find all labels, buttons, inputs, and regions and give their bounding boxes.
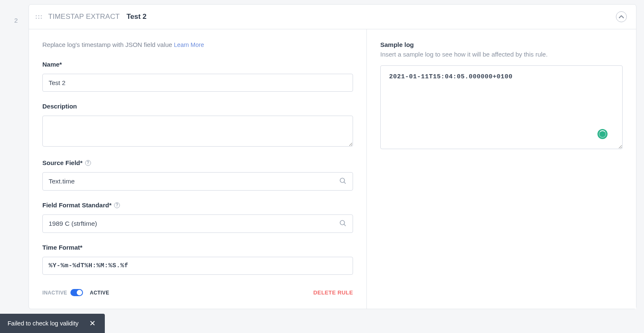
help-icon[interactable]: ?: [85, 160, 91, 166]
drag-handle-icon[interactable]: [35, 12, 42, 22]
field-format-input[interactable]: [43, 215, 333, 232]
step-index: 2: [14, 17, 18, 24]
help-icon[interactable]: ?: [114, 202, 120, 208]
toggle-inactive-label: INACTIVE: [42, 290, 67, 296]
rule-card: TIMESTAP EXTRACT Test 2 Replace log's ti…: [29, 4, 636, 309]
card-header: TIMESTAP EXTRACT Test 2: [29, 5, 636, 29]
chevron-up-icon: [619, 15, 624, 18]
active-toggle[interactable]: [70, 289, 83, 296]
source-field-label: Source Field* ?: [42, 159, 353, 166]
svg-line-3: [344, 224, 345, 226]
sample-log-description: Insert a sample log to see how it will b…: [380, 51, 623, 58]
learn-more-link[interactable]: Learn More: [174, 41, 204, 48]
description-input[interactable]: [42, 116, 353, 147]
delete-rule-button[interactable]: DELETE RULE: [313, 289, 353, 296]
toast-message: Failed to check log validity: [8, 320, 78, 327]
loading-spinner-icon: [597, 129, 608, 139]
svg-line-1: [344, 182, 345, 183]
search-icon[interactable]: [333, 219, 353, 228]
rule-name-header: Test 2: [127, 13, 147, 21]
close-icon[interactable]: ✕: [88, 320, 97, 327]
time-format-label: Time Format*: [42, 244, 353, 251]
rule-type-label: TIMESTAP EXTRACT: [48, 13, 120, 21]
intro-text: Replace log's timestamp with JSON field …: [42, 41, 353, 48]
search-icon[interactable]: [333, 177, 353, 186]
error-toast: Failed to check log validity ✕: [0, 314, 105, 333]
source-field-input[interactable]: [43, 173, 333, 190]
name-input[interactable]: [42, 74, 353, 92]
time-format-input[interactable]: [42, 257, 353, 275]
toggle-active-label: ACTIVE: [90, 290, 109, 296]
collapse-button[interactable]: [616, 11, 627, 22]
sample-log-title: Sample log: [380, 41, 623, 48]
sample-log-input[interactable]: 2021-01-11T15:04:05.000000+0100: [380, 65, 623, 149]
sample-panel: Sample log Insert a sample log to see ho…: [367, 29, 636, 309]
field-format-label: Field Format Standard* ?: [42, 201, 353, 209]
name-label: Name*: [42, 61, 353, 68]
form-panel: Replace log's timestamp with JSON field …: [29, 29, 367, 309]
description-label: Description: [42, 103, 353, 110]
